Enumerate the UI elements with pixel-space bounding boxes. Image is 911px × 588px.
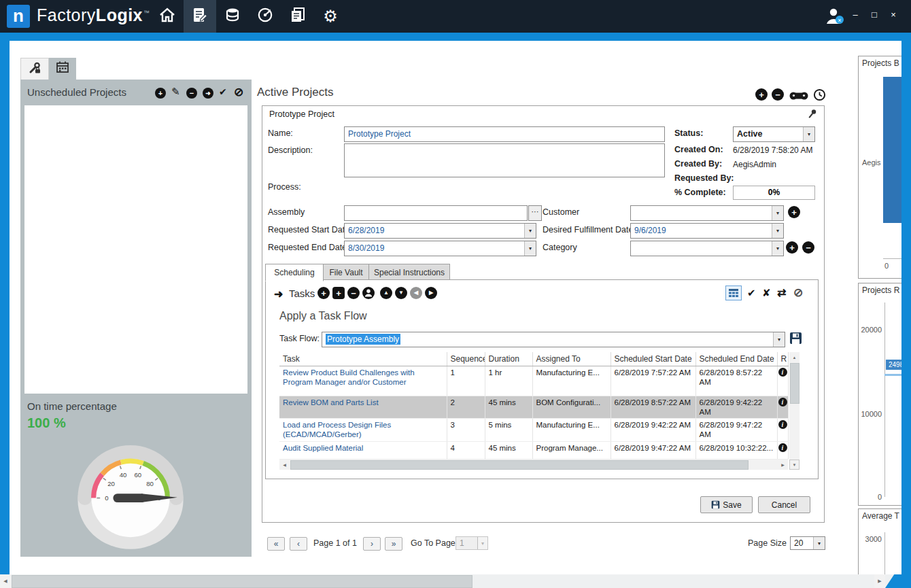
save-button[interactable]: Save [700, 496, 753, 513]
info-icon[interactable]: i [778, 398, 787, 407]
table-row[interactable]: Review Product Build Challenges with Pro… [279, 366, 788, 396]
table-row[interactable]: Audit Supplied Material 4 45 mins Progra… [279, 442, 788, 460]
outdent-task-icon[interactable]: ◀ [410, 287, 422, 299]
table-horizontal-scrollbar[interactable]: ◀ ▶ [279, 460, 788, 470]
scroll-right-icon[interactable]: ▶ [874, 574, 885, 588]
chevron-down-icon[interactable]: ▾ [772, 241, 783, 256]
status-combo[interactable]: Active ▾ [733, 126, 815, 142]
assembly-input[interactable] [344, 205, 528, 221]
category-combo[interactable]: ▾ [630, 241, 784, 256]
close-button[interactable]: × [887, 10, 900, 20]
add-project-icon[interactable]: + [155, 88, 166, 99]
edit-project-icon[interactable]: ✎ [171, 86, 180, 98]
table-vertical-scrollbar[interactable]: ▲ ▼ [789, 352, 800, 470]
move-task-up-icon[interactable]: ▲ [380, 287, 392, 299]
remove-project-icon[interactable]: − [186, 88, 197, 99]
chevron-down-icon[interactable]: ▾ [813, 537, 825, 549]
chevron-down-icon[interactable]: ▾ [773, 332, 785, 347]
description-textarea[interactable] [344, 143, 665, 177]
previous-page-button[interactable]: ‹ [290, 537, 307, 551]
window-horizontal-scrollbar[interactable]: ◀ ▶ [0, 574, 911, 588]
col-resources[interactable]: R [777, 352, 788, 366]
scrollbar-thumb[interactable] [12, 575, 472, 588]
requested-start-combo[interactable]: 6/28/2019 ▾ [344, 223, 536, 239]
schedule-project-icon[interactable]: ➜ [203, 88, 213, 99]
scrollbar-thumb[interactable] [290, 460, 749, 470]
tab-scheduler[interactable] [49, 58, 76, 80]
scroll-right-icon[interactable]: ▶ [778, 460, 788, 470]
task-flow-combo[interactable]: Prototype Assembly ▾ [322, 332, 785, 347]
indent-task-icon[interactable]: ▶ [425, 287, 437, 299]
name-input[interactable]: Prototype Project [344, 126, 665, 142]
tab-scheduling[interactable]: Scheduling [265, 264, 324, 281]
add-active-project-icon[interactable]: + [755, 88, 768, 101]
task-duration: 45 mins [485, 442, 532, 460]
minimize-button[interactable]: – [848, 10, 862, 20]
nav-home-button[interactable] [151, 0, 184, 33]
remove-category-icon[interactable]: − [802, 241, 814, 254]
clock-icon[interactable] [813, 88, 826, 104]
info-icon[interactable]: i [778, 368, 787, 377]
scroll-left-icon[interactable]: ◀ [279, 460, 290, 470]
scroll-up-icon[interactable]: ▲ [789, 352, 800, 362]
next-page-button[interactable]: › [363, 537, 381, 551]
chevron-down-icon[interactable]: ▾ [772, 224, 783, 238]
col-duration[interactable]: Duration [485, 352, 532, 366]
nav-planning-button[interactable] [184, 0, 216, 33]
nav-materials-button[interactable] [216, 0, 249, 33]
goto-page-input[interactable]: 1 ▾ [456, 536, 488, 550]
resize-corner [885, 574, 911, 588]
save-task-flow-icon[interactable] [789, 332, 802, 347]
assign-person-icon[interactable] [362, 287, 375, 302]
move-task-down-icon[interactable]: ▼ [395, 287, 407, 299]
reorder-tasks-icon[interactable]: ⇄ [777, 286, 786, 299]
add-customer-icon[interactable]: + [788, 206, 800, 218]
info-icon[interactable]: i [778, 443, 787, 452]
customer-combo[interactable]: ▾ [630, 205, 784, 221]
remove-task-icon[interactable]: − [347, 287, 360, 299]
desired-fulfillment-combo[interactable]: 9/6/2019 ▾ [630, 223, 784, 239]
complete-project-icon[interactable]: ✔ [219, 86, 227, 97]
col-scheduled-end[interactable]: Scheduled End Date [695, 352, 777, 366]
cancel-button[interactable]: Cancel [758, 496, 810, 513]
nav-production-button[interactable] [249, 0, 281, 33]
table-row-selected[interactable]: Review BOM and Parts List 2 45 mins BOM … [279, 396, 788, 419]
col-scheduled-start[interactable]: Scheduled Start Date [611, 352, 695, 366]
col-assigned-to[interactable]: Assigned To [532, 352, 611, 366]
clear-tasks-icon[interactable]: ⊘ [793, 286, 803, 300]
chevron-down-icon[interactable]: ▾ [772, 206, 783, 220]
nav-documents-button[interactable] [281, 0, 314, 33]
first-page-button[interactable]: « [267, 537, 285, 551]
last-page-button[interactable]: » [385, 537, 402, 551]
add-task-icon[interactable]: + [317, 287, 330, 299]
chevron-down-icon[interactable]: ▾ [524, 241, 536, 256]
accept-tasks-icon[interactable]: ✔ [747, 287, 756, 299]
maximize-button[interactable]: □ [867, 10, 881, 20]
page-size-combo[interactable]: 20 ▾ [790, 536, 825, 550]
remove-active-project-icon[interactable]: − [772, 88, 784, 101]
add-task-template-icon[interactable]: + [332, 287, 345, 299]
reject-tasks-icon[interactable]: ✘ [762, 287, 771, 299]
nav-settings-button[interactable]: ⚙ [314, 0, 347, 33]
col-sequence[interactable]: Sequence [447, 352, 485, 366]
scrollbar-thumb[interactable] [790, 363, 800, 404]
scroll-left-icon[interactable]: ◀ [0, 574, 11, 588]
info-icon[interactable]: i [778, 420, 787, 429]
chevron-down-icon[interactable]: ▾ [803, 127, 814, 141]
cancel-project-icon[interactable]: ⊘ [234, 85, 243, 99]
scroll-down-icon[interactable]: ▼ [789, 460, 800, 470]
assembly-browse-button[interactable]: ⋯ [528, 205, 542, 221]
pin-icon[interactable] [807, 109, 817, 122]
tab-tools[interactable] [20, 58, 49, 81]
unscheduled-projects-list[interactable] [24, 105, 247, 394]
auto-schedule-icon[interactable] [789, 90, 808, 103]
user-account-button[interactable]: × [824, 5, 844, 29]
task-name: Review Product Build Challenges with Pro… [279, 366, 447, 396]
chevron-down-icon[interactable]: ▾ [524, 224, 536, 238]
add-category-icon[interactable]: + [786, 241, 798, 254]
chart-bar[interactable] [883, 77, 901, 223]
requested-end-combo[interactable]: 8/30/2019 ▾ [344, 241, 536, 256]
task-grid-view-icon[interactable] [725, 286, 742, 300]
table-row[interactable]: Load and Process Design Files (ECAD/MCAD… [279, 419, 788, 442]
col-task[interactable]: Task [279, 352, 447, 366]
